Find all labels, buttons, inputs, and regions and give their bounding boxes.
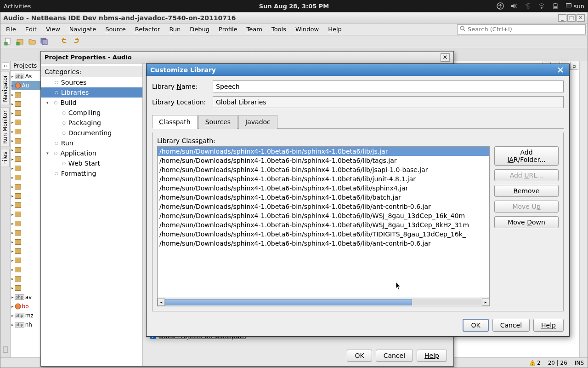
tree-toggle[interactable]: ▸ bbox=[11, 175, 14, 180]
menu-tools[interactable]: Tools bbox=[268, 24, 290, 34]
tree-toggle[interactable]: ▸ bbox=[11, 166, 14, 171]
cl-tab-sources[interactable]: Sources bbox=[198, 115, 237, 129]
quicksearch[interactable] bbox=[457, 24, 586, 34]
tree-row[interactable]: ▸ bbox=[11, 201, 41, 210]
pp-cat-documenting[interactable]: ○Documenting bbox=[41, 128, 142, 138]
pp-cat-web-start[interactable]: ○Web Start bbox=[41, 158, 142, 168]
tree-toggle[interactable]: ▸ bbox=[11, 249, 14, 253]
tree-row[interactable]: ▸ bbox=[11, 164, 41, 173]
wifi-icon[interactable] bbox=[538, 2, 545, 10]
tree-toggle[interactable]: ▸ bbox=[11, 258, 14, 263]
pp-close-button[interactable]: ✕ bbox=[441, 53, 450, 62]
menu-window[interactable]: Window bbox=[292, 24, 322, 34]
tree-row[interactable]: ▸ bbox=[11, 210, 41, 219]
new-project-icon[interactable] bbox=[16, 37, 25, 46]
menu-run[interactable]: Run bbox=[165, 24, 184, 34]
tree-row[interactable]: ▸ bbox=[11, 256, 41, 265]
tree-row[interactable]: ▸ bbox=[11, 145, 41, 155]
tree-toggle[interactable]: ▸ bbox=[11, 102, 14, 106]
undo-icon[interactable] bbox=[60, 37, 69, 46]
tree-toggle[interactable]: ▸ bbox=[11, 240, 14, 244]
warnings-indicator[interactable]: 2 bbox=[529, 360, 541, 366]
cl-remove-button[interactable]: Remove bbox=[494, 185, 559, 197]
minimize-button[interactable]: _ bbox=[558, 14, 566, 22]
menu-source[interactable]: Source bbox=[102, 24, 130, 34]
pp-cat-formatting[interactable]: ○Formatting bbox=[41, 168, 142, 178]
cl-list-row[interactable]: /home/sun/Downloads/sphinx4-1.0beta6-bin… bbox=[158, 211, 489, 220]
vtab-navigator[interactable]: Navigator bbox=[1, 72, 10, 105]
tree-row[interactable]: ▸ bbox=[11, 99, 41, 109]
cl-close-button[interactable] bbox=[555, 65, 565, 75]
pp-cat-compiling[interactable]: ○Compiling bbox=[41, 108, 142, 118]
tree-row[interactable]: ▸ bbox=[11, 173, 41, 182]
cl-list-row[interactable]: /home/sun/Downloads/sphinx4-1.0beta6-bin… bbox=[158, 165, 489, 174]
tree-toggle[interactable]: ▸ bbox=[11, 203, 14, 207]
tree-row[interactable]: ▸ bbox=[11, 90, 41, 99]
tree-toggle[interactable]: ▸ bbox=[11, 304, 14, 309]
insert-mode[interactable]: INS bbox=[575, 360, 584, 366]
nav-max-button[interactable]: ▫ bbox=[570, 62, 578, 70]
tree-toggle[interactable]: ▸ bbox=[11, 129, 14, 134]
scroll-left-button[interactable]: ◂ bbox=[158, 299, 165, 306]
cl-name-input[interactable] bbox=[213, 80, 564, 92]
volume-icon[interactable] bbox=[510, 2, 518, 10]
tree-row[interactable]: ▸ bbox=[11, 274, 41, 283]
maximize-button[interactable]: □ bbox=[567, 14, 576, 22]
accessibility-icon[interactable] bbox=[497, 2, 504, 10]
clipboard-icon[interactable] bbox=[2, 346, 9, 355]
tree-toggle[interactable]: ▸ bbox=[11, 120, 14, 125]
pp-cat-libraries[interactable]: ○Libraries bbox=[41, 87, 142, 98]
cl-list-row[interactable]: /home/sun/Downloads/sphinx4-1.0beta6-bin… bbox=[158, 220, 489, 230]
cl-list-row[interactable]: /home/sun/Downloads/sphinx4-1.0beta6-bin… bbox=[158, 202, 489, 211]
pp-cat-run[interactable]: ○Run bbox=[41, 138, 142, 148]
expand-toggle[interactable]: ▾ bbox=[46, 100, 49, 105]
tree-toggle[interactable]: ▸ bbox=[11, 74, 14, 79]
clock[interactable]: Sun Aug 28, 3:05 PM bbox=[259, 3, 329, 10]
tree-row[interactable]: ▸ bbox=[11, 237, 41, 247]
tree-toggle[interactable]: ▸ bbox=[11, 111, 14, 115]
tree-row[interactable]: ▸ bbox=[11, 283, 41, 293]
scroll-thumb[interactable] bbox=[165, 299, 412, 305]
tree-toggle[interactable]: ▸ bbox=[11, 194, 14, 198]
projects-tree[interactable]: ▸phpAs▸Au▸▸▸▸▸▸▸▸▸▸▸▸▸▸▸▸▸▸▸▸▸▸▸phpav▸bo… bbox=[11, 71, 42, 330]
cl-list-row[interactable]: /home/sun/Downloads/sphinx4-1.0beta6-bin… bbox=[158, 230, 489, 239]
new-file-icon[interactable] bbox=[4, 37, 13, 46]
tree-row[interactable]: ▸ bbox=[11, 219, 41, 228]
cl-list-row[interactable]: /home/sun/Downloads/sphinx4-1.0beta6-bin… bbox=[158, 174, 489, 184]
vtab-files[interactable]: Files bbox=[1, 149, 10, 167]
tree-toggle[interactable]: ▸ bbox=[11, 92, 14, 97]
save-all-icon[interactable] bbox=[40, 37, 49, 46]
battery-icon[interactable] bbox=[552, 2, 559, 10]
menu-edit[interactable]: Edit bbox=[22, 24, 40, 34]
tree-row[interactable]: ▸ bbox=[11, 109, 41, 118]
tree-toggle[interactable]: ▸ bbox=[11, 286, 14, 290]
cl-help-button[interactable]: Help bbox=[533, 319, 564, 332]
menu-team[interactable]: Team bbox=[243, 24, 266, 34]
tree-toggle[interactable]: ▸ bbox=[11, 83, 14, 88]
activities-button[interactable]: Activities bbox=[4, 3, 31, 10]
menu-refactor[interactable]: Refactor bbox=[131, 24, 164, 34]
tree-row[interactable]: ▸ bbox=[11, 247, 41, 256]
cl-list-row[interactable]: /home/sun/Downloads/sphinx4-1.0beta6-bin… bbox=[158, 193, 489, 202]
cl-classpath-list[interactable]: /home/sun/Downloads/sphinx4-1.0beta6-bin… bbox=[157, 146, 490, 306]
cl-scrollbar[interactable]: ◂ ▸ bbox=[158, 298, 489, 306]
tree-row[interactable]: ▸ bbox=[11, 127, 41, 136]
cl-list-row[interactable]: /home/sun/Downloads/sphinx4-1.0beta6-bin… bbox=[158, 147, 489, 156]
tree-toggle[interactable]: ▸ bbox=[11, 322, 14, 327]
cl-list-row[interactable]: /home/sun/Downloads/sphinx4-1.0beta6-bin… bbox=[158, 184, 489, 193]
tree-row[interactable]: ▸phpnh bbox=[11, 320, 41, 329]
scroll-right-button[interactable]: ▸ bbox=[482, 299, 489, 306]
cl-cancel-button[interactable]: Cancel bbox=[492, 319, 530, 332]
cl-add-jar-button[interactable]: Add JAR/Folder... bbox=[494, 146, 559, 166]
cl-move-down-button[interactable]: Move Down bbox=[494, 216, 559, 228]
tree-toggle[interactable]: ▸ bbox=[11, 267, 14, 272]
tree-toggle[interactable]: ▸ bbox=[11, 295, 14, 299]
pp-cat-build[interactable]: ▾○Build bbox=[41, 98, 142, 108]
tree-row[interactable]: ▸ bbox=[11, 155, 41, 164]
projects-tab[interactable]: Projects bbox=[11, 61, 42, 71]
menu-help[interactable]: Help bbox=[324, 24, 345, 34]
tree-row[interactable]: ▸phpmz bbox=[11, 311, 41, 320]
pp-ok-button[interactable]: OK bbox=[347, 350, 372, 362]
pp-cancel-button[interactable]: Cancel bbox=[376, 350, 413, 362]
menu-view[interactable]: View bbox=[42, 24, 64, 34]
